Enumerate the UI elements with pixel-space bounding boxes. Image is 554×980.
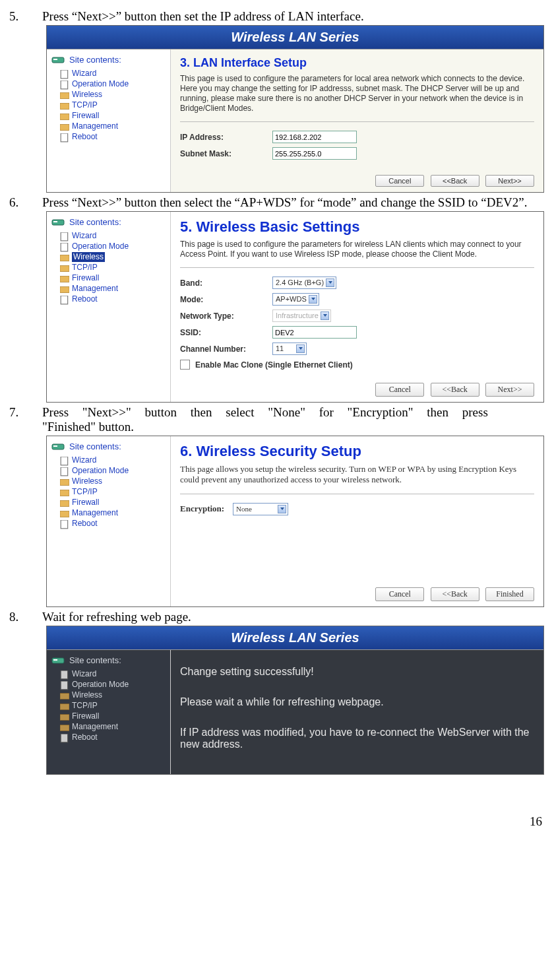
content-security: 6. Wireless Security Setup This page all… (171, 436, 543, 606)
svg-rect-12 (61, 243, 68, 251)
sidebar: Site contents: Wizard Operation Mode Wir… (47, 650, 171, 774)
cancel-button[interactable]: Cancel (375, 175, 424, 187)
sidebar-item-reboot[interactable]: Reboot (48, 733, 170, 743)
sidebar-item-management[interactable]: Management (48, 508, 170, 519)
sidebar: Site contents: Wizard Operation Mode Wir… (47, 49, 171, 192)
ssid-label: SSID: (180, 328, 272, 337)
page-icon (60, 243, 69, 251)
page-icon (60, 133, 69, 141)
divider (180, 121, 534, 122)
next-button[interactable]: Next>> (485, 175, 534, 187)
status-line-1: Change setting successfully! (180, 666, 534, 678)
screenshot-lan-setup: Wireless LAN Series Site contents: Wizar… (46, 25, 544, 193)
sidebar-item-firewall[interactable]: Firewall (48, 711, 170, 722)
folder-icon (60, 509, 69, 517)
sidebar-title: Site contents: (48, 440, 170, 455)
svg-rect-16 (60, 286, 69, 292)
sidebar-item-reboot[interactable]: Reboot (48, 294, 170, 305)
finished-button[interactable]: Finished (485, 587, 534, 601)
screenshot-security: Site contents: Wizard Operation Mode Wir… (46, 436, 544, 607)
folder-icon (60, 112, 69, 120)
content-desc: This page allows you setup the wireless … (180, 464, 534, 486)
sidebar-item-opmode[interactable]: Operation Mode (48, 79, 170, 90)
svg-rect-25 (60, 511, 69, 517)
content-refresh: Change setting successfully! Please wait… (171, 650, 543, 774)
back-button[interactable]: <<Back (431, 175, 479, 187)
svg-rect-8 (61, 133, 68, 142)
sidebar-item-wizard[interactable]: Wizard (48, 69, 170, 79)
status-line-2: Please wait a while for refreshing webpa… (180, 696, 534, 708)
sidebar-item-wizard[interactable]: Wizard (48, 669, 170, 680)
sidebar-item-tcpip[interactable]: TCP/IP (48, 100, 170, 111)
cancel-button[interactable]: Cancel (375, 383, 424, 397)
svg-rect-19 (53, 445, 57, 447)
svg-rect-33 (60, 714, 69, 720)
folder-icon (60, 478, 69, 486)
cancel-button[interactable]: Cancel (375, 587, 424, 601)
svg-rect-22 (60, 479, 69, 485)
step-number: 5. (7, 9, 42, 24)
sidebar-item-reboot[interactable]: Reboot (48, 519, 170, 529)
channel-select[interactable]: 11 (272, 343, 307, 355)
step-text: Press "Next>>" button then select "None"… (42, 405, 547, 434)
sidebar-item-wireless[interactable]: Wireless (48, 252, 170, 263)
sidebar-item-opmode[interactable]: Operation Mode (48, 242, 170, 252)
page-icon (60, 81, 69, 88)
sidebar-item-opmode[interactable]: Operation Mode (48, 680, 170, 690)
folder-icon (60, 723, 69, 731)
sidebar-item-opmode[interactable]: Operation Mode (48, 466, 170, 476)
device-icon (51, 442, 65, 451)
folder-icon (60, 102, 69, 110)
encryption-label: Encryption: (180, 504, 233, 514)
sidebar: Site contents: Wizard Operation Mode Wir… (47, 436, 171, 606)
banner-title: Wireless LAN Series (47, 26, 543, 49)
content-lan: 3. LAN Interface Setup This page is used… (171, 49, 543, 192)
back-button[interactable]: <<Back (431, 587, 479, 601)
sidebar-item-management[interactable]: Management (48, 284, 170, 294)
sidebar-item-firewall[interactable]: Firewall (48, 273, 170, 284)
sidebar-item-tcpip[interactable]: TCP/IP (48, 487, 170, 498)
folder-icon (60, 499, 69, 507)
svg-rect-32 (60, 703, 69, 709)
content-title: 3. LAN Interface Setup (180, 56, 534, 70)
step-text: Wait for refreshing web page. (42, 610, 547, 624)
step-text: Press “Next>>” button then select the “A… (42, 195, 547, 210)
sidebar-item-firewall[interactable]: Firewall (48, 111, 170, 121)
next-button[interactable]: Next>> (485, 383, 534, 397)
encryption-select[interactable]: None (233, 503, 288, 515)
back-button[interactable]: <<Back (431, 383, 479, 397)
sidebar-item-wizard[interactable]: Wizard (48, 231, 170, 242)
svg-rect-24 (60, 500, 69, 506)
ip-input[interactable] (272, 131, 357, 143)
content-desc: This page is used to configure the param… (180, 240, 534, 259)
mask-input[interactable] (272, 147, 357, 160)
sidebar-item-wireless[interactable]: Wireless (48, 476, 170, 487)
band-select[interactable]: 2.4 GHz (B+G) (272, 277, 336, 289)
step-number: 8. (7, 610, 42, 624)
sidebar-item-firewall[interactable]: Firewall (48, 498, 170, 508)
page-icon (60, 296, 69, 304)
ssid-input[interactable] (272, 326, 357, 339)
sidebar-title: Site contents: (48, 654, 170, 669)
sidebar-item-management[interactable]: Management (48, 722, 170, 733)
step-6: 6. Press “Next>>” button then select the… (7, 195, 547, 210)
mode-select[interactable]: AP+WDS (272, 293, 319, 306)
svg-rect-2 (61, 70, 68, 79)
sidebar-item-wireless[interactable]: Wireless (48, 690, 170, 701)
sidebar-item-wizard[interactable]: Wizard (48, 455, 170, 466)
sidebar-item-tcpip[interactable]: TCP/IP (48, 263, 170, 273)
svg-rect-6 (60, 114, 69, 119)
sidebar-item-tcpip[interactable]: TCP/IP (48, 701, 170, 711)
svg-rect-5 (60, 103, 69, 109)
sidebar-item-management[interactable]: Management (48, 121, 170, 132)
sidebar-title: Site contents: (48, 53, 170, 69)
step-8: 8. Wait for refreshing web page. (7, 610, 547, 624)
svg-rect-14 (60, 265, 69, 271)
sidebar-item-reboot[interactable]: Reboot (48, 132, 170, 143)
device-icon (51, 55, 65, 65)
mac-clone-checkbox[interactable] (180, 360, 190, 370)
folder-icon (60, 253, 69, 261)
svg-rect-29 (61, 670, 68, 679)
sidebar-item-wireless[interactable]: Wireless (48, 90, 170, 100)
channel-label: Channel Number: (180, 344, 272, 354)
